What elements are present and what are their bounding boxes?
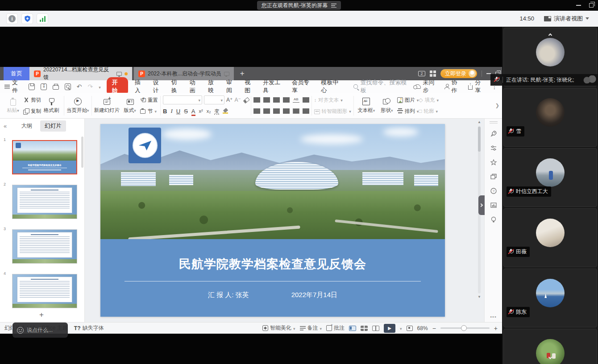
section-button[interactable]: 节 xyxy=(140,107,158,116)
highlight-icon[interactable] xyxy=(223,108,228,114)
effects-icon[interactable] xyxy=(490,158,498,166)
play-slideshow-button[interactable]: ▶ xyxy=(384,324,395,333)
zoom-in-button[interactable]: + xyxy=(494,325,498,332)
outline-button[interactable]: 轮廓 xyxy=(419,107,439,116)
add-slide-button[interactable]: + xyxy=(39,310,44,319)
picture-button[interactable]: 图片 xyxy=(397,95,419,104)
reset-button[interactable]: 重置 xyxy=(140,95,158,104)
line-spacing-icon[interactable] xyxy=(303,97,309,103)
shapes-button[interactable]: 形状 xyxy=(377,94,397,117)
strikethrough-icon[interactable] xyxy=(184,108,188,115)
properties-icon[interactable] xyxy=(490,144,498,152)
slide-thumbnail-2[interactable] xyxy=(12,185,77,219)
comments-button[interactable]: 批注 xyxy=(326,324,345,332)
font-size-select[interactable] xyxy=(204,95,224,104)
align-center-icon[interactable] xyxy=(263,108,270,114)
fill-button[interactable]: 填充 xyxy=(419,95,439,104)
minimize-button[interactable] xyxy=(576,5,581,6)
play-from-current-button[interactable]: 当页开始 xyxy=(66,94,89,117)
text-direction-icon[interactable] xyxy=(293,97,299,103)
sync-status[interactable]: 未同步 xyxy=(414,79,438,95)
redo-icon[interactable] xyxy=(87,83,93,90)
emoji-icon[interactable] xyxy=(17,327,24,334)
paste-button[interactable]: 粘贴 xyxy=(3,94,23,117)
drag-handle-icon[interactable] xyxy=(490,121,498,124)
zoom-slider[interactable] xyxy=(440,327,490,329)
font-color-icon[interactable] xyxy=(191,108,195,115)
scroll-up-icon[interactable]: ▲ xyxy=(478,120,481,124)
bullets-icon[interactable] xyxy=(253,97,260,103)
align-right-icon[interactable] xyxy=(273,108,280,114)
quickbar-caret-icon[interactable] xyxy=(99,83,101,90)
login-button[interactable]: 立即登录 xyxy=(440,69,477,78)
chart-tools-icon[interactable] xyxy=(490,201,498,209)
zoom-knob[interactable] xyxy=(461,325,467,331)
restore-button[interactable] xyxy=(589,3,594,8)
normal-view-button[interactable] xyxy=(349,326,356,331)
watching-pill[interactable]: 您正在观看民航-张英的屏幕 xyxy=(257,1,341,10)
slide-thumbnail-3[interactable] xyxy=(12,229,77,264)
numbering-icon[interactable] xyxy=(263,97,270,103)
save-icon[interactable] xyxy=(29,83,35,90)
slide-thumbnail-1[interactable]: 民航学院教学档案检查意见反馈会 xyxy=(12,140,77,174)
participant-tile-4[interactable]: 田薇 xyxy=(503,208,597,267)
underline-icon[interactable] xyxy=(176,108,180,115)
superscript-icon[interactable] xyxy=(199,108,203,114)
pill-menu-icon[interactable] xyxy=(331,4,336,8)
tab-slides[interactable]: 幻灯片 xyxy=(40,120,66,132)
fit-window-icon[interactable] xyxy=(407,326,413,331)
beautify-button[interactable]: 智能美化 xyxy=(262,324,295,332)
clear-format-icon[interactable] xyxy=(241,96,249,104)
text-box-button[interactable]: 文本框 xyxy=(356,94,377,117)
format-painter-button[interactable]: 格式刷 xyxy=(41,94,62,117)
chevron-up-icon[interactable] xyxy=(549,30,552,38)
layout-button[interactable]: 版式 xyxy=(120,94,140,117)
menu-file[interactable]: 文件 xyxy=(4,79,23,95)
idea-icon[interactable] xyxy=(490,215,498,223)
increase-indent-icon[interactable] xyxy=(283,97,290,103)
panel-collapse-icon[interactable]: « xyxy=(4,123,7,129)
cut-button[interactable]: 剪切 xyxy=(23,95,41,104)
bold-icon[interactable] xyxy=(163,108,167,115)
security-button[interactable] xyxy=(21,13,33,24)
participant-tile-3[interactable]: 叶信立西工大 xyxy=(503,148,597,207)
export-icon[interactable] xyxy=(41,83,47,90)
command-search[interactable]: 查找命令、搜索模板 xyxy=(353,79,408,95)
participant-tile-2[interactable]: 雪 xyxy=(503,88,597,147)
distribute-icon[interactable] xyxy=(293,108,299,114)
slide-thumbnail-4[interactable] xyxy=(12,274,77,308)
align-text-button[interactable]: 对齐文本 xyxy=(314,95,351,104)
subscript-icon[interactable] xyxy=(207,108,211,114)
scroll-down-icon[interactable]: ▼ xyxy=(478,295,481,299)
more-tools-icon[interactable]: ••• xyxy=(485,314,502,319)
arrange-button[interactable]: 排列 xyxy=(397,107,419,116)
notes-button[interactable]: 备注 xyxy=(300,324,322,332)
reading-view-button[interactable] xyxy=(372,326,379,331)
view-mode-selector[interactable]: 演讲者视图 xyxy=(541,13,592,24)
meeting-info-button[interactable]: i xyxy=(6,13,18,24)
font-name-select[interactable] xyxy=(163,95,202,104)
find-icon[interactable] xyxy=(65,83,71,90)
share-button[interactable]: 分享 xyxy=(468,79,486,95)
network-quality-button[interactable] xyxy=(37,13,48,24)
quick-tools-icon[interactable] xyxy=(490,130,498,138)
slide-sorter-button[interactable] xyxy=(361,326,368,331)
justify-icon[interactable] xyxy=(283,108,290,114)
integrated-mode-icon[interactable]: 2 xyxy=(418,71,425,76)
undo-icon[interactable] xyxy=(77,83,82,90)
decrease-font-icon[interactable] xyxy=(234,97,241,103)
new-slide-button[interactable]: 新建幻灯片 xyxy=(94,94,120,117)
ribbon-scroll-icon[interactable]: ❯ xyxy=(495,103,499,108)
collaborate-button[interactable]: 协作 xyxy=(444,79,462,95)
help-icon[interactable]: ? xyxy=(490,187,498,195)
chevron-down-icon[interactable] xyxy=(549,352,552,360)
decrease-indent-icon[interactable] xyxy=(273,97,280,103)
apps-grid-icon[interactable] xyxy=(430,70,436,77)
print-icon[interactable] xyxy=(53,85,59,90)
play-options-icon[interactable] xyxy=(400,325,402,331)
current-slide[interactable]: 民航学院教学档案检查意见反馈会 汇 报 人: 张英 2022年7月14日 xyxy=(100,124,445,317)
copy-button[interactable]: 复制 xyxy=(23,107,41,116)
expand-panel-tab[interactable] xyxy=(478,195,485,215)
chat-quick-input[interactable]: 说点什么... xyxy=(12,323,68,338)
tab-outline[interactable]: 大纲 xyxy=(17,120,37,132)
